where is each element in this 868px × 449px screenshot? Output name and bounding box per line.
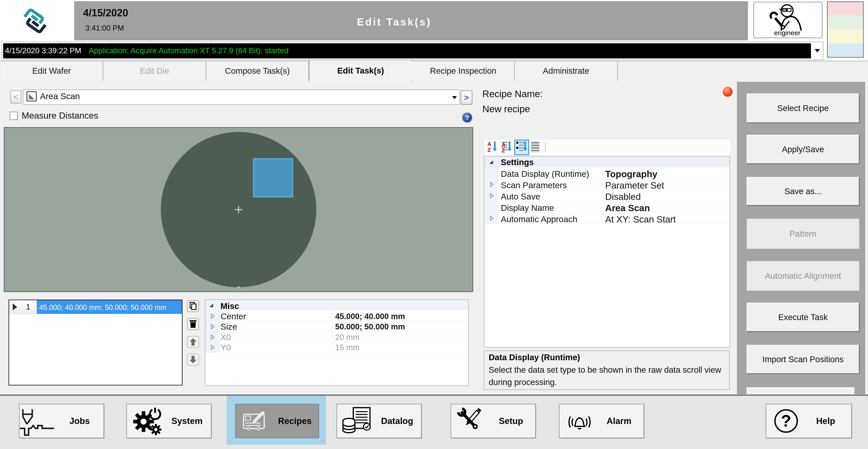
svg-text:?: ?	[781, 412, 791, 430]
svg-text:Z: Z	[488, 147, 491, 153]
svg-text:A: A	[502, 142, 505, 148]
svg-text:A: A	[488, 141, 492, 147]
svg-text:Z: Z	[502, 148, 505, 153]
